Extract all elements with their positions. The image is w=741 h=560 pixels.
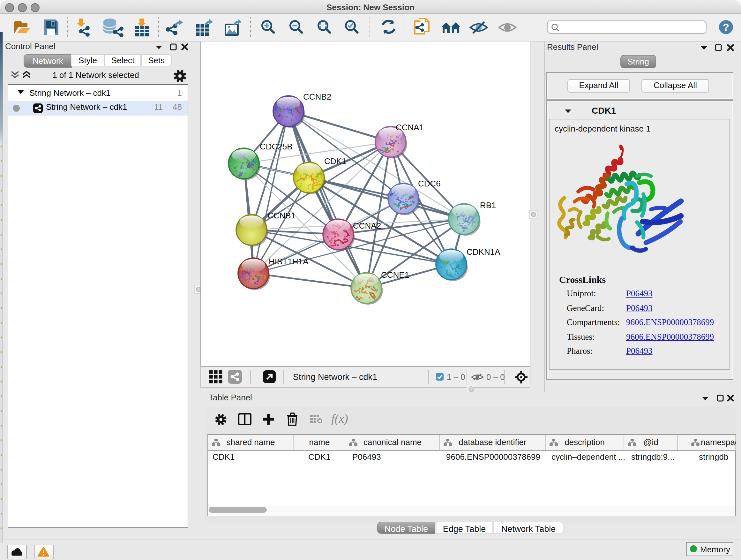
svg-text:CCNA2: CCNA2 [353, 221, 381, 231]
svg-text:HIST1H1A: HIST1H1A [269, 257, 309, 266]
svg-text:CCNE1: CCNE1 [381, 270, 409, 280]
svg-text:CDK1: CDK1 [324, 157, 346, 166]
svg-text:RB1: RB1 [480, 200, 496, 210]
svg-text:CDC25B: CDC25B [260, 142, 293, 151]
svg-text:?: ? [723, 21, 729, 33]
svg-text:CCNA1: CCNA1 [396, 123, 424, 132]
svg-text:CDC6: CDC6 [418, 179, 441, 188]
svg-text:CCNB1: CCNB1 [267, 211, 295, 220]
svg-text:CCNB2: CCNB2 [303, 92, 331, 102]
svg-text:CDKN1A: CDKN1A [467, 247, 500, 257]
